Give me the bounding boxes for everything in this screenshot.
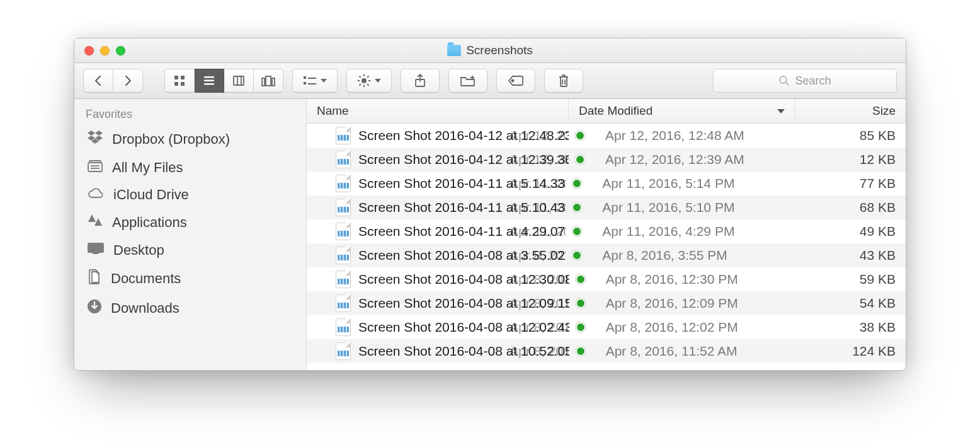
- sidebar-item-downloads[interactable]: Downloads: [74, 294, 306, 323]
- filename-stack: Apr 11, 2016, 5:10 PMScreen Shot 2016-04…: [358, 200, 566, 215]
- file-rows[interactable]: Apr 12, 2016, 12:48 AMScreen Shot 2016-0…: [307, 124, 906, 370]
- svg-rect-6: [204, 83, 214, 85]
- folder-icon: [447, 45, 461, 56]
- sync-badge-icon: [576, 274, 586, 284]
- filename: Screen Shot 2016-04-08 at 12.30.08 PM: [358, 272, 569, 286]
- filename: Screen Shot 2016-04-08 at 10.52.05 PM: [358, 344, 569, 358]
- action-button[interactable]: [346, 69, 392, 93]
- column-header-date[interactable]: Date Modified: [569, 99, 795, 123]
- view-coverflow-button[interactable]: [254, 69, 283, 93]
- content-area: Favorites Dropbox (Dropbox)All My Filesi…: [74, 99, 906, 370]
- svg-rect-2: [174, 82, 178, 86]
- svg-rect-34: [88, 163, 102, 172]
- filename: Screen Shot 2016-04-11 at 5.10.43 PM: [358, 200, 566, 214]
- filename: Screen Shot 2016-04-08 at 12.09.15 PM: [358, 296, 569, 310]
- svg-rect-0: [174, 76, 178, 79]
- share-button[interactable]: [401, 69, 440, 93]
- sidebar: Favorites Dropbox (Dropbox)All My Filesi…: [74, 99, 307, 370]
- svg-rect-38: [88, 243, 103, 252]
- arrange-button[interactable]: [292, 69, 338, 93]
- sidebar-item-applications[interactable]: Applications: [74, 208, 306, 237]
- file-row[interactable]: Apr 11, 2016, 5:10 PMScreen Shot 2016-04…: [307, 195, 906, 219]
- view-icon-button[interactable]: [164, 69, 195, 93]
- file-row[interactable]: Apr 8, 2016, 11:52 AMScreen Shot 2016-04…: [307, 339, 906, 363]
- sidebar-item-allfiles[interactable]: All My Files: [74, 154, 306, 182]
- svg-rect-15: [308, 78, 316, 79]
- minimize-window-button[interactable]: [100, 46, 110, 55]
- sidebar-item-icloud[interactable]: iCloud Drive: [74, 182, 306, 208]
- svg-rect-5: [204, 80, 214, 82]
- cell-name: Apr 12, 2016, 12:39 AMScreen Shot 2016-0…: [307, 148, 595, 172]
- filename-stack: Apr 12, 2016, 12:39 AMScreen Shot 2016-0…: [358, 152, 569, 167]
- zoom-window-button[interactable]: [116, 46, 125, 55]
- column-header-name[interactable]: Name: [307, 99, 569, 123]
- search-placeholder: Search: [795, 74, 831, 88]
- search-field[interactable]: Search: [713, 69, 897, 93]
- view-columns-button[interactable]: [224, 69, 254, 93]
- sidebar-item-documents[interactable]: Documents: [74, 264, 306, 294]
- file-row[interactable]: Apr 12, 2016, 12:48 AMScreen Shot 2016-0…: [307, 124, 906, 148]
- trash-button[interactable]: [544, 69, 583, 93]
- file-row[interactable]: Apr 11, 2016, 4:29 PMScreen Shot 2016-04…: [307, 219, 906, 243]
- cell-size: 54 KB: [804, 291, 906, 315]
- svg-rect-16: [308, 83, 316, 84]
- sync-badge-icon: [572, 226, 582, 236]
- sidebar-item-label: Applications: [112, 214, 187, 231]
- file-row[interactable]: Apr 12, 2016, 12:39 AMScreen Shot 2016-0…: [307, 148, 906, 172]
- back-button[interactable]: [83, 69, 113, 93]
- forward-button[interactable]: [113, 69, 143, 93]
- sidebar-heading: Favorites: [74, 99, 306, 125]
- cell-size: 124 KB: [804, 339, 906, 363]
- downloads-icon: [87, 299, 102, 318]
- file-row[interactable]: Apr 8, 2016, 12:30 PMScreen Shot 2016-04…: [307, 267, 906, 291]
- cell-name: Apr 8, 2016, 11:52 AMScreen Shot 2016-04…: [307, 339, 596, 363]
- cell-date: Apr 11, 2016, 5:10 PM: [592, 195, 802, 219]
- file-row[interactable]: Apr 8, 2016, 12:02 PMScreen Shot 2016-04…: [307, 315, 906, 339]
- cell-date: Apr 11, 2016, 5:14 PM: [592, 172, 802, 195]
- image-file-icon: [336, 318, 351, 336]
- svg-line-24: [360, 84, 361, 85]
- svg-point-17: [362, 78, 367, 83]
- svg-point-29: [512, 80, 514, 82]
- sidebar-item-label: All My Files: [112, 160, 183, 176]
- svg-line-33: [786, 83, 789, 86]
- view-mode-group: [164, 69, 283, 93]
- cell-date: Apr 12, 2016, 12:39 AM: [595, 148, 804, 172]
- svg-rect-39: [93, 252, 98, 253]
- cell-date: Apr 8, 2016, 3:55 PM: [592, 243, 802, 267]
- file-list: Name Date Modified Size Apr 12, 2016, 12…: [307, 99, 906, 370]
- sidebar-item-dropbox[interactable]: Dropbox (Dropbox): [74, 125, 306, 154]
- close-window-button[interactable]: [84, 46, 94, 55]
- filename: Screen Shot 2016-04-08 at 12.02.43 PM: [358, 320, 569, 334]
- tags-button[interactable]: [496, 69, 535, 93]
- image-file-icon: [336, 294, 351, 312]
- svg-rect-11: [266, 76, 271, 86]
- titlebar: Screenshots: [74, 38, 906, 63]
- cell-name: Apr 8, 2016, 12:09 PMScreen Shot 2016-04…: [307, 291, 596, 315]
- filename-stack: Apr 11, 2016, 5:14 PMScreen Shot 2016-04…: [358, 176, 566, 191]
- view-list-button[interactable]: [195, 69, 224, 93]
- dropbox-icon: [87, 130, 103, 149]
- sidebar-item-desktop[interactable]: Desktop: [74, 237, 306, 264]
- sync-badge-icon: [572, 202, 582, 212]
- image-file-icon: [336, 223, 351, 240]
- filename: Screen Shot 2016-04-08 at 3.55.02 PM: [358, 248, 566, 262]
- column-header-size[interactable]: Size: [795, 99, 906, 123]
- image-file-icon: [336, 151, 351, 168]
- cell-date: Apr 11, 2016, 4:29 PM: [592, 219, 802, 243]
- cell-date: Apr 8, 2016, 12:30 PM: [596, 267, 804, 291]
- svg-rect-13: [304, 76, 306, 79]
- new-folder-button[interactable]: [448, 69, 487, 93]
- window-title-text: Screenshots: [466, 44, 533, 57]
- filename-stack: Apr 8, 2016, 12:30 PMScreen Shot 2016-04…: [358, 272, 569, 287]
- cell-date: Apr 8, 2016, 12:09 PM: [596, 291, 804, 315]
- file-row[interactable]: Apr 8, 2016, 12:09 PMScreen Shot 2016-04…: [307, 291, 906, 315]
- documents-icon: [87, 269, 102, 289]
- sync-badge-icon: [576, 322, 586, 332]
- chevron-down-icon: [375, 79, 381, 83]
- window-controls: [74, 46, 125, 55]
- file-row[interactable]: Apr 11, 2016, 5:14 PMScreen Shot 2016-04…: [307, 172, 906, 195]
- file-row[interactable]: Apr 8, 2016, 3:55 PMScreen Shot 2016-04-…: [307, 243, 906, 267]
- cell-date: Apr 12, 2016, 12:48 AM: [595, 124, 804, 148]
- allfiles-icon: [87, 159, 103, 177]
